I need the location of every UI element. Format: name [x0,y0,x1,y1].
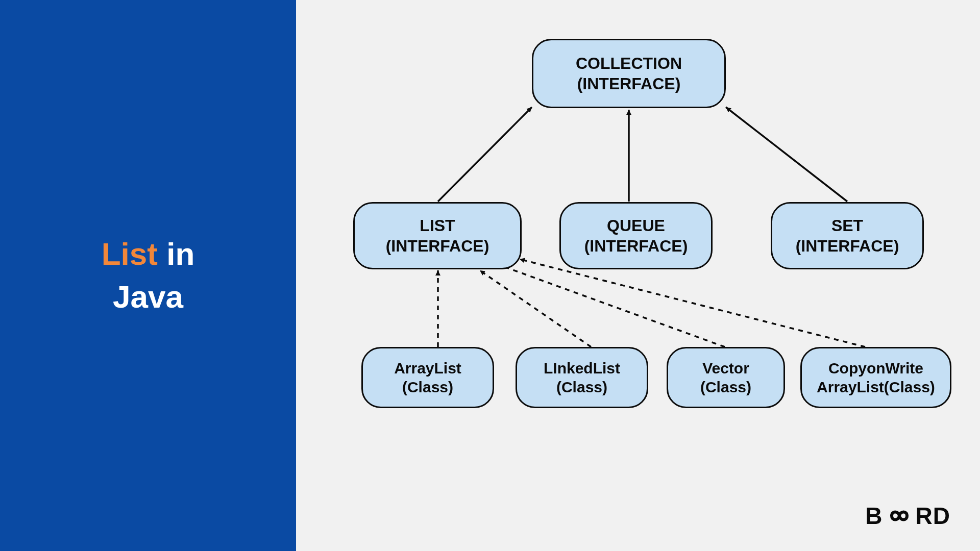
node-list: LIST (INTERFACE) [353,202,522,269]
node-sublabel: (INTERFACE) [584,236,688,256]
node-queue: QUEUE (INTERFACE) [559,202,713,269]
node-linkedlist: LInkedList (Class) [516,347,648,408]
node-label: LInkedList [544,359,620,378]
node-sublabel: (Class) [700,378,751,397]
canvas: List in Java COLLECTION (INTERFACE) [0,0,980,551]
svg-line-2 [726,107,847,202]
node-sublabel: (INTERFACE) [577,73,681,94]
title-rest2: Java [113,279,183,314]
node-label: COLLECTION [576,53,682,73]
sidebar: List in Java [0,0,296,551]
node-copyonwritearraylist: CopyonWrite ArrayList(Class) [800,347,951,408]
node-label: QUEUE [607,215,665,236]
node-sublabel: (Class) [556,378,607,397]
svg-line-6 [520,259,865,347]
brand-logo: B RD [865,502,950,530]
node-sublabel: (Class) [402,378,453,397]
logo-letter-b: B [865,502,883,530]
node-sublabel: ArrayList(Class) [817,378,935,397]
svg-line-5 [500,265,725,347]
svg-line-4 [480,270,591,347]
node-label: Vector [702,359,749,378]
node-label: LIST [420,215,455,236]
node-label: SET [831,215,863,236]
svg-line-0 [438,107,532,202]
node-label: ArrayList [394,359,461,378]
node-arraylist: ArrayList (Class) [361,347,494,408]
node-vector: Vector (Class) [667,347,785,408]
logo-letters-rd: RD [916,502,950,530]
node-label: CopyonWrite [828,359,923,378]
node-collection: COLLECTION (INTERFACE) [532,39,726,108]
node-sublabel: (INTERFACE) [386,236,489,256]
diagram: COLLECTION (INTERFACE) LIST (INTERFACE) … [296,0,980,551]
title-rest1: in [166,236,194,271]
infinity-icon [884,507,915,524]
node-set: SET (INTERFACE) [771,202,924,269]
node-sublabel: (INTERFACE) [796,236,899,256]
title-accent: List [102,236,158,271]
page-title: List in Java [102,233,195,318]
